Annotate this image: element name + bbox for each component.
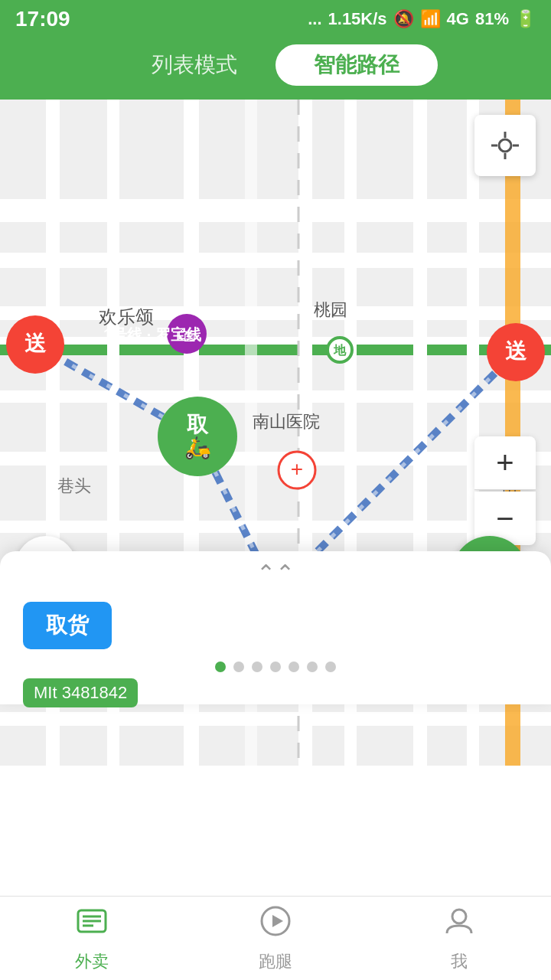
top-nav: 列表模式 智能路径	[0, 38, 551, 100]
order-id-text: MIt 3481842	[34, 683, 127, 702]
order-id-badge: MIt 3481842	[23, 678, 138, 707]
smart-route-button[interactable]: 智能路径	[276, 44, 438, 86]
dot-7[interactable]	[325, 662, 336, 672]
svg-marker-72	[272, 915, 283, 927]
svg-text:欢乐颂: 欢乐颂	[99, 306, 154, 327]
tab-paotui[interactable]: 跑腿	[184, 897, 367, 980]
svg-text:取: 取	[187, 413, 209, 436]
network-type: 4G	[447, 9, 469, 29]
svg-point-61	[499, 139, 511, 152]
waimai-icon	[75, 904, 109, 946]
svg-text:🛵: 🛵	[184, 435, 211, 460]
svg-point-73	[452, 910, 466, 923]
paotui-icon	[259, 904, 292, 946]
me-icon	[442, 904, 476, 946]
svg-text:+: +	[291, 457, 303, 481]
tab-waimai[interactable]: 外卖	[0, 897, 184, 980]
dot-4[interactable]	[270, 662, 281, 672]
status-time: 17:09	[15, 7, 70, 31]
svg-text:地: 地	[333, 344, 347, 357]
svg-text:1号线 · 罗宝线: 1号线 · 罗宝线	[103, 326, 202, 343]
dot-2[interactable]	[233, 662, 244, 672]
location-button[interactable]	[474, 115, 536, 176]
pickup-action-button[interactable]: 取货	[23, 602, 112, 649]
svg-text:桃园: 桃园	[314, 300, 347, 319]
svg-text:送: 送	[505, 339, 527, 363]
svg-text:巷头: 巷头	[57, 476, 91, 495]
svg-text:送: 送	[24, 332, 47, 355]
me-label: 我	[451, 950, 468, 973]
speed-indicator: 1.15K/s	[328, 9, 387, 29]
sound-icon: 🔕	[393, 9, 414, 29]
battery-icon: 🔋	[515, 9, 536, 29]
paotui-label: 跑腿	[259, 950, 292, 973]
panel-handle[interactable]: ⌃⌃	[256, 562, 295, 585]
svg-text:南山医院: 南山医院	[253, 412, 320, 431]
zoom-controls: + −	[474, 436, 536, 545]
waimai-label: 外卖	[75, 950, 109, 973]
status-right: ... 1.15K/s 🔕 📶 4G 81% 🔋	[308, 9, 536, 29]
dot-6[interactable]	[307, 662, 318, 672]
network-icon: 📶	[420, 9, 441, 29]
battery-level: 81%	[475, 9, 509, 29]
list-mode-button[interactable]: 列表模式	[113, 44, 276, 86]
signal-dots: ...	[308, 9, 321, 29]
dot-5[interactable]	[289, 662, 299, 672]
dot-1[interactable]	[215, 662, 226, 672]
tab-me[interactable]: 我	[367, 897, 551, 980]
status-bar: 17:09 ... 1.15K/s 🔕 📶 4G 81% 🔋	[0, 0, 551, 38]
bottom-panel: ⌃⌃ 取货 MIt 3481842	[0, 551, 551, 704]
map-area[interactable]: 地 + 🛍 送 送 送 ▶ 取 🛵 欢乐颂 巷头 桃园 南山医院 瑞峰创业中	[0, 100, 551, 766]
bottom-tabs: 外卖 跑腿 我	[0, 896, 551, 980]
pagination-dots	[23, 662, 528, 672]
order-id-row: MIt 3481842	[23, 678, 528, 707]
zoom-in-button[interactable]: +	[474, 436, 536, 490]
dot-3[interactable]	[252, 662, 262, 672]
